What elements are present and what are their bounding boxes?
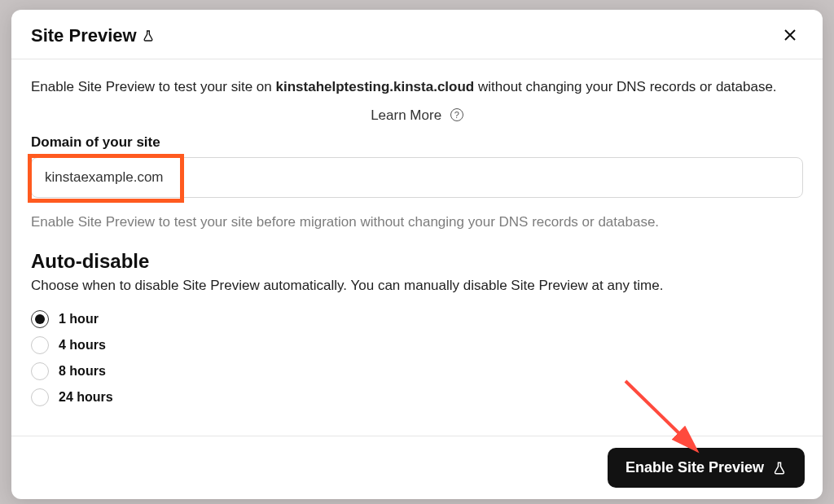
modal-footer: Enable Site Preview — [11, 436, 823, 499]
radio-dot-icon — [35, 314, 45, 324]
radio-option-4-hours[interactable]: 4 hours — [31, 336, 106, 354]
modal-header: Site Preview — [11, 10, 823, 59]
radio-label: 24 hours — [59, 390, 113, 405]
radio-icon — [31, 336, 49, 354]
site-preview-modal: Site Preview Enable Site Preview to test… — [11, 10, 823, 499]
flask-icon — [772, 461, 787, 476]
flask-icon — [142, 29, 155, 42]
radio-option-1-hour[interactable]: 1 hour — [31, 310, 99, 328]
enable-site-preview-button[interactable]: Enable Site Preview — [608, 448, 805, 488]
domain-label: Domain of your site — [31, 134, 803, 151]
domain-input[interactable] — [31, 157, 803, 198]
radio-icon — [31, 362, 49, 380]
radio-icon — [31, 388, 49, 406]
modal-body: Enable Site Preview to test your site on… — [11, 59, 823, 436]
auto-disable-subtitle: Choose when to disable Site Preview auto… — [31, 276, 803, 296]
intro-domain: kinstahelptesting.kinsta.cloud — [276, 79, 475, 94]
radio-option-24-hours[interactable]: 24 hours — [31, 388, 113, 406]
hint-text: Enable Site Preview to test your site be… — [31, 213, 803, 232]
button-label: Enable Site Preview — [626, 459, 764, 476]
auto-disable-options: 1 hour 4 hours 8 hours 24 hours — [31, 310, 803, 406]
radio-label: 4 hours — [59, 338, 106, 353]
learn-more-row: Learn More ? — [31, 107, 803, 124]
modal-title: Site Preview — [31, 25, 155, 46]
help-icon[interactable]: ? — [450, 108, 463, 121]
radio-label: 1 hour — [59, 312, 99, 327]
radio-label: 8 hours — [59, 364, 106, 379]
close-icon — [784, 28, 797, 42]
domain-input-wrapper — [31, 157, 803, 198]
close-button[interactable] — [777, 24, 803, 47]
intro-suffix: without changing your DNS records or dat… — [474, 79, 776, 94]
intro-text: Enable Site Preview to test your site on… — [31, 77, 803, 97]
learn-more-link[interactable]: Learn More — [371, 107, 441, 122]
modal-title-text: Site Preview — [31, 25, 137, 46]
intro-prefix: Enable Site Preview to test your site on — [31, 79, 276, 94]
auto-disable-title: Auto-disable — [31, 250, 803, 273]
radio-option-8-hours[interactable]: 8 hours — [31, 362, 106, 380]
radio-icon — [31, 310, 49, 328]
